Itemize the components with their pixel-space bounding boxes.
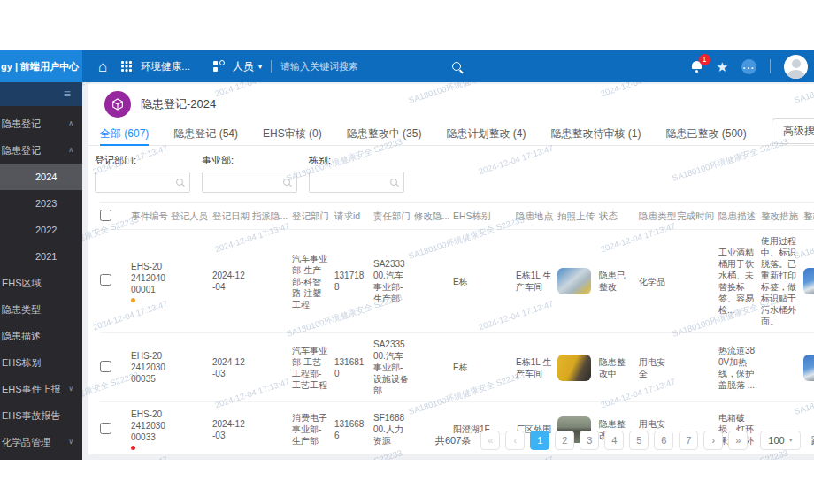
table-row: EHS-20241203000035 2024-12-03 汽车事业部-工艺工程… bbox=[100, 333, 814, 402]
sidebar-item-2022[interactable]: 2022 bbox=[0, 217, 82, 243]
sidebar-item-2023[interactable]: 2023 bbox=[0, 190, 82, 217]
tab-all[interactable]: 全部 (607) bbox=[100, 122, 149, 145]
sidebar-item-danger-type[interactable]: 隐患类型 bbox=[0, 296, 82, 323]
filter-label: 事业部: bbox=[202, 154, 297, 167]
tab-planned-rectify[interactable]: 隐患计划整改 (4) bbox=[446, 122, 526, 145]
col-modified: 修改隐... bbox=[414, 203, 453, 230]
sidebar-item-ehs-accident-report[interactable]: EHS事故报告 bbox=[0, 402, 82, 429]
top-nav: ⌂ 环境健康... 人员 ▾ 1 ★ bbox=[82, 50, 814, 82]
apps-grid-icon[interactable] bbox=[121, 61, 132, 72]
finish-time-cell bbox=[677, 230, 718, 333]
location-cell: E栋1L 生产车间 bbox=[516, 230, 557, 333]
page-button-1[interactable]: 1 bbox=[530, 431, 549, 450]
sidebar-item-2021[interactable]: 2021 bbox=[0, 243, 82, 270]
chevron-up-icon bbox=[68, 111, 73, 137]
sidebar-item-ehs-building[interactable]: EHS栋别 bbox=[0, 349, 82, 376]
tab-rectifying[interactable]: 隐患整改中 (35) bbox=[347, 122, 422, 145]
event-no-cell: EHS-20241203000035 bbox=[131, 333, 171, 402]
page-size-select[interactable]: 100 ▾ bbox=[760, 431, 800, 450]
type-cell: 用电安全 bbox=[639, 333, 677, 402]
home-icon[interactable]: ⌂ bbox=[98, 59, 107, 74]
sidebar-item-label: 2021 bbox=[35, 251, 57, 262]
next-page-button[interactable]: › bbox=[703, 431, 723, 450]
assigned-cell bbox=[252, 230, 292, 333]
resp-dept-cell: SF168800.人力资源 bbox=[373, 402, 414, 457]
page-button-2[interactable]: 2 bbox=[555, 431, 574, 450]
sidebar-item-hidden-danger-register-group[interactable]: 隐患登记 bbox=[0, 111, 82, 137]
photo-cell bbox=[557, 230, 599, 333]
photo-thumbnail[interactable] bbox=[557, 355, 591, 381]
type-cell: 化学品 bbox=[639, 230, 677, 333]
collapse-sidebar-icon[interactable] bbox=[64, 86, 71, 102]
sidebar-item-ehs-area[interactable]: EHS区域 bbox=[0, 270, 82, 296]
photo-thumbnail[interactable] bbox=[557, 268, 591, 294]
row-checkbox[interactable] bbox=[100, 274, 111, 286]
page-button-5[interactable]: 5 bbox=[629, 431, 649, 450]
row-checkbox[interactable] bbox=[100, 361, 111, 372]
register-date-cell: 2024-12-03 bbox=[212, 333, 252, 402]
sidebar-item-ehs-event-report[interactable]: EHS事件上报 bbox=[0, 376, 82, 402]
page-button-3[interactable]: 3 bbox=[580, 431, 599, 450]
tab-ehs-review[interactable]: EHS审核 (0) bbox=[263, 122, 322, 145]
search-icon bbox=[390, 179, 397, 186]
col-resp-dept: 责任部门 bbox=[373, 203, 414, 230]
row-checkbox[interactable] bbox=[100, 423, 111, 434]
col-event-no: 事件编号 bbox=[131, 203, 171, 230]
first-page-button[interactable]: « bbox=[480, 431, 500, 450]
register-person-cell bbox=[171, 333, 212, 402]
people-icon[interactable] bbox=[213, 61, 225, 73]
favorites-star-icon[interactable]: ★ bbox=[717, 60, 728, 73]
app-window: gy | 前端用户中心 ⌂ 环境健康... 人员 ▾ 1 ★ bbox=[0, 50, 814, 460]
filter-label: 登记部门: bbox=[95, 154, 190, 167]
person-menu[interactable]: 人员 ▾ bbox=[233, 59, 262, 74]
event-no-cell: EHS-20241204000001 bbox=[131, 230, 171, 333]
resp-dept-cell: SA233300.汽车事业部-生产部 bbox=[373, 230, 414, 333]
global-search-input[interactable] bbox=[280, 61, 397, 72]
register-dept-cell: 汽车事业部-生产部-科智路-注塑工程 bbox=[292, 230, 334, 333]
status-cell: 隐患已整改 bbox=[599, 230, 639, 333]
more-options-icon[interactable] bbox=[741, 59, 756, 74]
col-measure: 整改措施 bbox=[761, 203, 803, 230]
content-card: 隐患登记-2024 全部 (607) 隐患登记 (54) EHS审核 (0) 隐… bbox=[88, 84, 814, 454]
tab-rectified[interactable]: 隐患已整改 (500) bbox=[665, 122, 746, 145]
last-page-button[interactable]: » bbox=[728, 431, 748, 450]
app-tab-env-health[interactable]: 环境健康... bbox=[141, 60, 190, 73]
event-no-cell: EHS-20241203000033 bbox=[131, 402, 171, 457]
top-bar-actions: 1 ★ bbox=[691, 50, 808, 82]
sidebar-item-hidden-danger-register[interactable]: 隐患登记 bbox=[0, 137, 82, 164]
page-button-4[interactable]: 4 bbox=[604, 431, 624, 450]
sidebar-item-chemical-management[interactable]: 化学品管理 bbox=[0, 429, 82, 455]
advanced-search-button[interactable]: 高级搜索 bbox=[772, 118, 814, 144]
pagination-total: 共607条 bbox=[435, 434, 471, 447]
page-button-7[interactable]: 7 bbox=[679, 431, 698, 450]
rectify-photo-thumbnail[interactable] bbox=[803, 355, 814, 381]
search-icon bbox=[176, 179, 183, 186]
measure-cell bbox=[761, 333, 803, 402]
sidebar-item-danger-description[interactable]: 隐患描述 bbox=[0, 323, 82, 349]
sidebar-header bbox=[0, 82, 82, 106]
module-cube-icon bbox=[104, 91, 131, 118]
register-person-cell bbox=[171, 230, 212, 333]
chevron-down-icon bbox=[68, 376, 73, 402]
page-button-6[interactable]: 6 bbox=[654, 431, 673, 450]
tab-registered[interactable]: 隐患登记 (54) bbox=[173, 122, 238, 145]
assigned-cell bbox=[252, 402, 292, 457]
sidebar-item-label: 2024 bbox=[35, 172, 57, 182]
search-icon bbox=[283, 179, 290, 186]
prev-page-button[interactable]: ‹ bbox=[505, 431, 525, 450]
top-bar: gy | 前端用户中心 ⌂ 环境健康... 人员 ▾ 1 ★ bbox=[0, 50, 814, 82]
user-avatar[interactable] bbox=[784, 55, 808, 79]
select-all-checkbox[interactable] bbox=[100, 210, 111, 221]
rectify-photo-thumbnail[interactable] bbox=[803, 268, 814, 294]
tab-pending-review[interactable]: 隐患整改待审核 (1) bbox=[550, 122, 641, 145]
sidebar-item-2024[interactable]: 2024 bbox=[0, 164, 82, 190]
status-dot bbox=[131, 446, 135, 450]
app-logo[interactable]: gy | 前端用户中心 bbox=[0, 50, 82, 82]
notifications-bell-icon[interactable]: 1 bbox=[691, 60, 703, 73]
assigned-cell bbox=[252, 333, 292, 402]
search-icon[interactable] bbox=[452, 62, 461, 71]
sidebar-item-label: EHS栋别 bbox=[2, 357, 42, 368]
col-register-person: 登记人员 bbox=[171, 203, 212, 230]
rectify-photo-cell bbox=[803, 333, 814, 402]
request-id-cell: 1316810 bbox=[334, 333, 373, 402]
